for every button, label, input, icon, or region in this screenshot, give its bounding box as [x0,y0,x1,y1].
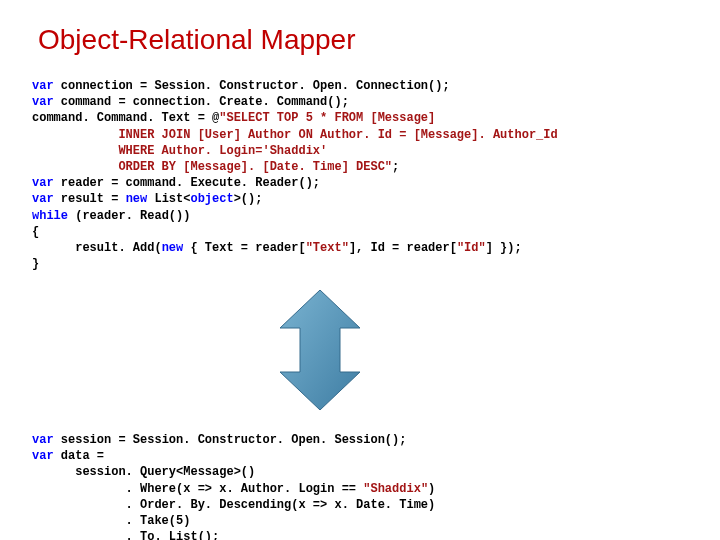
str: "SELECT TOP 5 * FROM [Message] [219,111,435,125]
str: INNER JOIN [User] Author ON Author. Id =… [32,128,558,142]
code: result. Add( [32,241,162,255]
code: data = [54,449,104,463]
kw: var [32,79,54,93]
code: result = [54,192,126,206]
code: . Order. By. Descending(x => x. Date. Ti… [32,498,435,512]
code: (reader. Read()) [68,209,190,223]
svg-marker-0 [280,290,360,410]
code: ) [428,482,435,496]
kw: object [190,192,233,206]
kw: var [32,192,54,206]
str: "Id" [457,241,486,255]
code: >(); [234,192,263,206]
code: . To. List(); [32,530,219,540]
code: . Where(x => x. Author. Login == [32,482,363,496]
code: } [32,257,39,271]
double-arrow-icon [270,290,370,410]
kw: new [126,192,148,206]
kw: var [32,449,54,463]
kw: var [32,176,54,190]
code: ; [392,160,399,174]
code: session. Query<Message>() [32,465,255,479]
code: List< [147,192,190,206]
code-block-raw-sql: var connection = Session. Constructor. O… [32,78,558,272]
str: "Shaddix" [363,482,428,496]
code: command. Command. Text = @ [32,111,219,125]
code: session = Session. Constructor. Open. Se… [54,433,407,447]
code-block-orm: var session = Session. Constructor. Open… [32,432,435,540]
code: ] }); [486,241,522,255]
str: WHERE Author. Login='Shaddix' [32,144,327,158]
code: ], Id = reader[ [349,241,457,255]
code: { [32,225,39,239]
str: "Text" [306,241,349,255]
code: reader = command. Execute. Reader(); [54,176,320,190]
kw: while [32,209,68,223]
kw: new [162,241,184,255]
kw: var [32,433,54,447]
code: { Text = reader[ [183,241,305,255]
code: . Take(5) [32,514,190,528]
code: command = connection. Create. Command(); [54,95,349,109]
slide-title: Object-Relational Mapper [38,24,356,56]
kw: var [32,95,54,109]
str: ORDER BY [Message]. [Date. Time] DESC" [32,160,392,174]
code: connection = Session. Constructor. Open.… [54,79,450,93]
